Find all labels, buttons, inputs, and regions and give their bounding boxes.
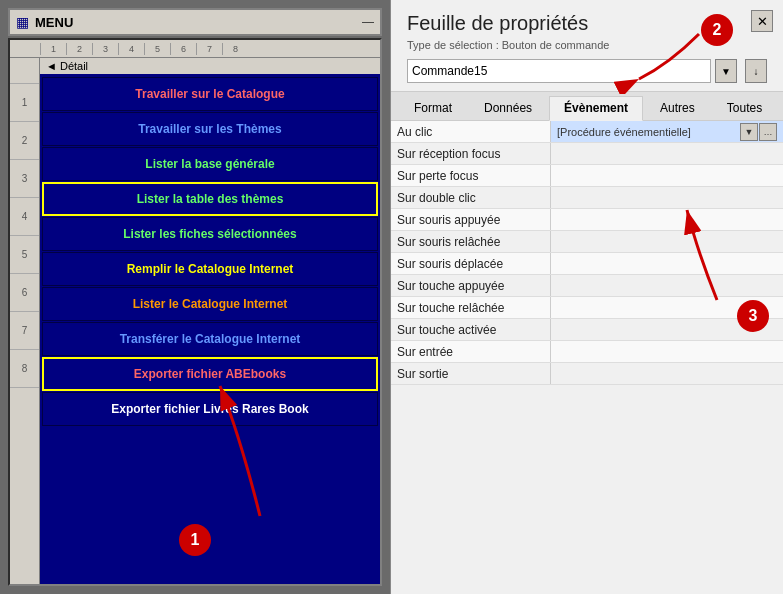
btn-transferer[interactable]: Transférer le Catalogue Internet	[42, 322, 378, 356]
prop-value-reception-focus[interactable]	[551, 143, 783, 164]
property-row-reception-focus: Sur réception focus	[391, 143, 783, 165]
row-num: 6	[10, 274, 39, 312]
row-num: 8	[10, 350, 39, 388]
property-row-au-clic: Au clic [Procédure événementielle] ▼ …	[391, 121, 783, 143]
ruler: 1 2 3 4 5 6 7 8	[10, 40, 380, 58]
annotation-circle-3: 3	[737, 300, 769, 332]
tabs-bar: Format Données Évènement Autres Toutes	[391, 92, 783, 121]
prop-label-touche-activee: Sur touche activée	[391, 319, 551, 340]
prop-value-souris-appuyee[interactable]	[551, 209, 783, 230]
prop-label-reception-focus: Sur réception focus	[391, 143, 551, 164]
prop-label-sur-entree: Sur entrée	[391, 341, 551, 362]
property-row-touche-activee: Sur touche activée	[391, 319, 783, 341]
menu-icon: ▦	[16, 14, 29, 30]
form-area: 1 2 3 4 5 6 7 8 1 2 3 4 5 6 7 8	[8, 38, 382, 586]
annotation-circle-1: 1	[179, 524, 211, 556]
row-num: 3	[10, 160, 39, 198]
detail-label: ◄ Détail	[46, 60, 88, 72]
object-selector[interactable]: Commande15	[407, 59, 711, 83]
row-num: 1	[10, 84, 39, 122]
form-content: 1 2 3 4 5 6 7 8 ◄ Détail Travailler sur …	[10, 58, 380, 584]
prop-label-au-clic: Au clic	[391, 121, 551, 142]
ruler-mark: 1	[40, 43, 66, 55]
btn-abebooks[interactable]: Exporter fichier ABEbooks	[42, 357, 378, 391]
btn-themes[interactable]: Travailler sur les Thèmes	[42, 112, 378, 146]
prop-value-au-clic[interactable]: [Procédure événementielle] ▼ …	[551, 121, 783, 142]
dropdown-mini-btn[interactable]: ▼	[740, 123, 758, 141]
horizontal-scrollbar[interactable]	[10, 584, 380, 586]
ruler-mark: 4	[118, 43, 144, 55]
left-panel: ▦ MENU — 1 2 3 4 5 6 7 8 1 2 3	[0, 0, 390, 594]
close-button[interactable]: ✕	[751, 10, 773, 32]
prop-value-sur-sortie[interactable]	[551, 363, 783, 384]
nav-down-arrow[interactable]: ↓	[745, 59, 767, 83]
au-clic-buttons: ▼ …	[740, 123, 777, 141]
btn-livres-rares[interactable]: Exporter fichier Livres Rares Book	[42, 392, 378, 426]
ruler-mark: 6	[170, 43, 196, 55]
tab-toutes[interactable]: Toutes	[712, 96, 777, 120]
annotation-circle-2: 2	[701, 14, 733, 46]
menu-bar: ▦ MENU —	[8, 8, 382, 36]
row-numbers: 1 2 3 4 5 6 7 8	[10, 58, 40, 584]
btn-fiches-selectionnees[interactable]: Lister les fiches sélectionnées	[42, 217, 378, 251]
row-num: 5	[10, 236, 39, 274]
property-row-touche-appuyee: Sur touche appuyée	[391, 275, 783, 297]
ruler-mark: 5	[144, 43, 170, 55]
btn-remplir-catalogue[interactable]: Remplir le Catalogue Internet	[42, 252, 378, 286]
ruler-mark: 7	[196, 43, 222, 55]
prop-value-souris-deplacee[interactable]	[551, 253, 783, 274]
btn-table-themes[interactable]: Lister la table des thèmes	[42, 182, 378, 216]
property-row-souris-relachee: Sur souris relâchée	[391, 231, 783, 253]
dropdown-arrow-icon[interactable]: ▼	[715, 59, 737, 83]
right-panel: ✕ Feuille de propriétés Type de sélectio…	[390, 0, 783, 594]
proc-evenementielle-text: [Procédure événementielle]	[557, 126, 740, 138]
property-row-sur-entree: Sur entrée	[391, 341, 783, 363]
buttons-area: Travailler sur le Catalogue Travailler s…	[40, 75, 380, 584]
prop-value-touche-appuyee[interactable]	[551, 275, 783, 296]
detail-bar: ◄ Détail	[40, 58, 380, 74]
tab-evenement[interactable]: Évènement	[549, 96, 643, 121]
ruler-marks: 1 2 3 4 5 6 7 8	[40, 43, 248, 55]
prop-value-double-clic[interactable]	[551, 187, 783, 208]
property-sheet-header: Feuille de propriétés Type de sélection …	[391, 0, 783, 92]
row-num: 7	[10, 312, 39, 350]
menu-title: MENU	[35, 15, 362, 30]
prop-label-sur-sortie: Sur sortie	[391, 363, 551, 384]
ruler-mark: 3	[92, 43, 118, 55]
btn-base-generale[interactable]: Lister la base générale	[42, 147, 378, 181]
minimize-button[interactable]: —	[362, 15, 374, 29]
ellipsis-mini-btn[interactable]: …	[759, 123, 777, 141]
prop-label-souris-deplacee: Sur souris déplacée	[391, 253, 551, 274]
detail-bar-row	[10, 60, 39, 84]
btn-lister-catalogue[interactable]: Lister le Catalogue Internet	[42, 287, 378, 321]
prop-label-perte-focus: Sur perte focus	[391, 165, 551, 186]
tab-format[interactable]: Format	[399, 96, 467, 120]
row-num: 4	[10, 198, 39, 236]
property-table: Au clic [Procédure événementielle] ▼ … S…	[391, 121, 783, 594]
prop-label-souris-appuyee: Sur souris appuyée	[391, 209, 551, 230]
property-row-sur-sortie: Sur sortie	[391, 363, 783, 385]
prop-label-double-clic: Sur double clic	[391, 187, 551, 208]
property-row-souris-appuyee: Sur souris appuyée	[391, 209, 783, 231]
btn-catalogue[interactable]: Travailler sur le Catalogue	[42, 77, 378, 111]
property-row-double-clic: Sur double clic	[391, 187, 783, 209]
property-row-touche-relachee: Sur touche relâchée	[391, 297, 783, 319]
ruler-mark: 2	[66, 43, 92, 55]
property-row-souris-deplacee: Sur souris déplacée	[391, 253, 783, 275]
property-row-perte-focus: Sur perte focus	[391, 165, 783, 187]
prop-value-perte-focus[interactable]	[551, 165, 783, 186]
prop-label-touche-appuyee: Sur touche appuyée	[391, 275, 551, 296]
prop-label-souris-relachee: Sur souris relâchée	[391, 231, 551, 252]
prop-value-souris-relachee[interactable]	[551, 231, 783, 252]
tab-donnees[interactable]: Données	[469, 96, 547, 120]
ruler-mark: 8	[222, 43, 248, 55]
prop-label-touche-relachee: Sur touche relâchée	[391, 297, 551, 318]
property-dropdown-row: Commande15 ▼ ↓	[407, 59, 767, 83]
tab-autres[interactable]: Autres	[645, 96, 710, 120]
prop-value-sur-entree[interactable]	[551, 341, 783, 362]
row-num: 2	[10, 122, 39, 160]
